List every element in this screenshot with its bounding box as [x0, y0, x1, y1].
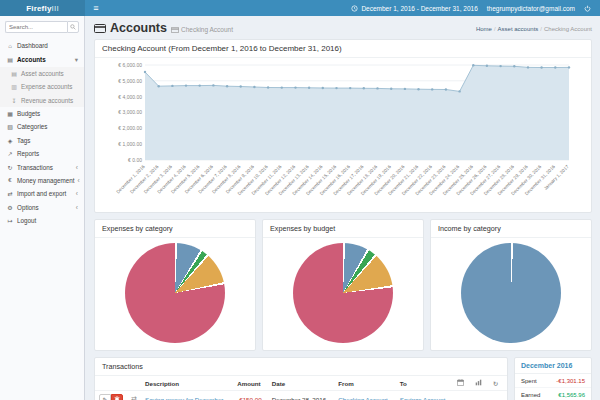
user-menu[interactable]: thegrumpydictator@gmail.com	[487, 5, 575, 12]
sidebar-item-options[interactable]: ⚙Options‹	[0, 201, 84, 214]
sidebar-item-label: Transactions	[17, 164, 53, 171]
edit-transaction-button[interactable]: ✎	[99, 394, 111, 400]
reload-transactions-button[interactable]: ↻	[489, 376, 507, 391]
sidebar-item-budgets[interactable]: ▦Budgets	[0, 107, 84, 120]
sidebar-item-label: Import and export	[17, 190, 66, 197]
balance-chart-title: Checking Account (From December 1, 2016 …	[95, 40, 591, 58]
breadcrumb-asset-accounts[interactable]: Asset accounts	[498, 26, 539, 32]
pencil-icon: ✎	[102, 396, 107, 400]
breadcrumb: Home/Asset accounts/Checking Account	[476, 26, 592, 32]
page-title: Accounts	[94, 21, 167, 35]
search-button[interactable]	[67, 21, 79, 33]
chevron-left-icon: ‹	[77, 177, 79, 184]
transaction-to-link[interactable]: Savings Account	[400, 396, 446, 400]
sidebar-item-label: Reports	[17, 150, 39, 157]
shopping-cart-icon: ▥	[10, 83, 18, 90]
sidebar-item-label: Money management	[17, 177, 74, 184]
download-icon: ↧	[10, 97, 18, 104]
sidebar-item-import-export[interactable]: ⇄Import and export‹	[0, 187, 84, 200]
sidebar-item-label: Categories	[17, 123, 47, 130]
repeat-icon: ↻	[6, 164, 14, 171]
tasks-icon: ▦	[6, 110, 14, 117]
delete-transaction-button[interactable]	[111, 394, 123, 400]
chevron-left-icon: ‹	[76, 164, 78, 171]
sidebar-item-label: Options	[17, 204, 39, 211]
hamburger-icon: ≡	[93, 3, 98, 13]
earned-value: €1,565.96	[548, 388, 591, 400]
sign-out-icon: ↦	[6, 217, 14, 224]
sidebar-item-money-management[interactable]: €Money management‹	[0, 174, 84, 187]
sidebar-item-label: Revenue accounts	[21, 97, 73, 104]
transactions-title: Transactions	[95, 358, 507, 376]
date-range-label: December 1, 2016 - December 31, 2016	[361, 5, 477, 12]
user-email: thegrumpydictator@gmail.com	[487, 5, 575, 12]
logo-text-suffix: III	[52, 4, 59, 13]
expenses-by-category-panel: Expenses by category	[94, 219, 256, 351]
column-calendar-toggle[interactable]	[453, 376, 471, 391]
sidebar-item-dashboard[interactable]: ⌂Dashboard	[0, 39, 84, 52]
column-to[interactable]: To	[396, 376, 453, 391]
sidebar-item-tags[interactable]: ◈Tags	[0, 134, 84, 147]
clock-icon	[351, 5, 358, 12]
column-from[interactable]: From	[334, 376, 395, 391]
sidebar-item-label: Budgets	[17, 110, 40, 117]
chevron-left-icon: ‹	[76, 190, 78, 197]
expenses-by-budget-panel: Expenses by budget	[262, 219, 424, 351]
euro-icon: €	[6, 177, 14, 183]
calendar-icon	[457, 379, 464, 386]
transfer-icon: ⇄	[131, 395, 137, 400]
sidebar-item-accounts[interactable]: ▤Accounts▾	[0, 52, 84, 66]
credit-card-icon: ▤	[6, 56, 14, 63]
column-chart-toggle[interactable]	[471, 376, 489, 391]
expenses-by-budget-pie[interactable]	[293, 243, 393, 343]
sidebar-item-expense-accounts[interactable]: ▥Expense accounts	[0, 80, 84, 93]
sidebar-item-label: Expense accounts	[21, 83, 72, 90]
logout-button-top[interactable]	[584, 5, 591, 12]
sidebar-item-categories[interactable]: ▧Categories	[0, 120, 84, 133]
svg-text:€ 4,000.00: € 4,000.00	[118, 94, 142, 100]
earned-label: Earned	[515, 388, 548, 400]
logo-text-bold: Firefly	[26, 4, 51, 13]
month-summary-panel: December 2016 Spent -€1,301.15 Earned €1…	[514, 357, 592, 400]
transaction-from-link[interactable]: Checking Account	[338, 396, 388, 400]
exchange-icon: ⇄	[6, 190, 14, 197]
tags-icon: ◈	[6, 137, 14, 144]
line-chart-icon: ↗	[6, 150, 14, 157]
refresh-icon: ↻	[493, 380, 498, 387]
income-by-category-pie[interactable]	[461, 243, 561, 343]
sidebar-item-label: Logout	[17, 217, 36, 224]
bar-chart-icon	[475, 379, 482, 386]
sidebar-item-label: Accounts	[17, 56, 46, 63]
transaction-date: December 28, 2016	[268, 391, 335, 400]
panel-title: Expenses by budget	[263, 220, 423, 238]
sidebar-search	[5, 21, 79, 33]
spent-value: -€1,301.15	[548, 374, 591, 388]
search-input[interactable]	[5, 21, 67, 33]
column-description[interactable]: Description	[141, 376, 233, 391]
power-icon	[584, 5, 591, 12]
sidebar-item-label: Tags	[17, 137, 30, 144]
page-subtitle: Checking Account	[171, 26, 233, 33]
transaction-description-link[interactable]: Saving money for December	[145, 396, 223, 400]
sidebar-item-transactions[interactable]: ↻Transactions‹	[0, 160, 84, 173]
column-amount[interactable]: Amount	[233, 376, 268, 391]
sidebar-item-label: Dashboard	[17, 42, 48, 49]
panel-title: Expenses by category	[95, 220, 255, 238]
summary-spent-row: Spent -€1,301.15	[515, 374, 591, 388]
app-logo[interactable]: FireflyIII	[0, 0, 85, 16]
trash-icon	[114, 396, 120, 400]
transactions-panel: Transactions Description Amount Date Fro…	[94, 357, 508, 400]
panel-title: Income by category	[431, 220, 591, 238]
date-range-selector[interactable]: December 1, 2016 - December 31, 2016	[351, 5, 477, 12]
breadcrumb-home[interactable]: Home	[476, 26, 492, 32]
svg-text:January 1, 2017: January 1, 2017	[543, 164, 570, 191]
sidebar-item-revenue-accounts[interactable]: ↧Revenue accounts	[0, 94, 84, 107]
sidebar-toggle-button[interactable]: ≡	[85, 0, 107, 16]
expenses-by-category-pie[interactable]	[125, 243, 225, 343]
sidebar-item-reports[interactable]: ↗Reports	[0, 147, 84, 160]
sidebar-item-logout[interactable]: ↦Logout	[0, 214, 84, 227]
month-summary-title[interactable]: December 2016	[515, 358, 591, 374]
column-date[interactable]: Date	[268, 376, 335, 391]
sidebar-item-asset-accounts[interactable]: ▤Asset accounts	[0, 67, 84, 80]
chevron-left-icon: ‹	[76, 204, 78, 211]
